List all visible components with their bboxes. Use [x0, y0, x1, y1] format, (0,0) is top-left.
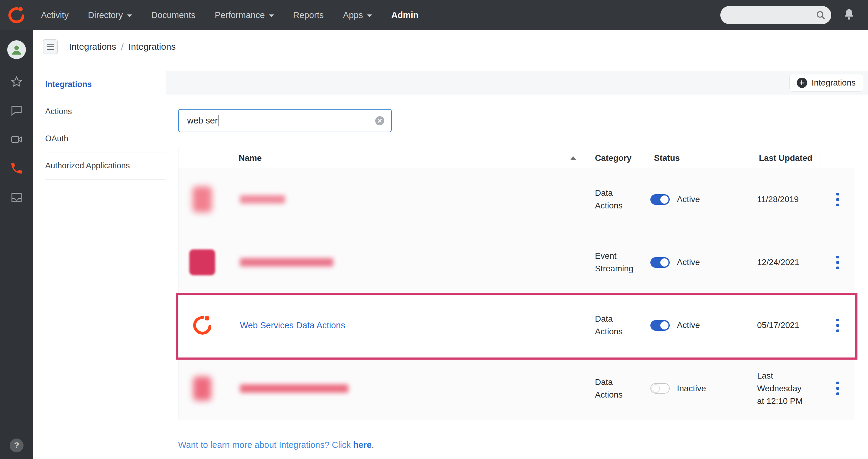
menu-toggle-button[interactable] [43, 39, 58, 54]
nav-apps-label: Apps [343, 10, 363, 20]
col-icon [179, 148, 226, 168]
breadcrumb-bar: Integrations / Integrations [33, 30, 868, 63]
col-status[interactable]: Status [643, 148, 748, 168]
toggle-knob [660, 195, 669, 204]
toolbar: Integrations [166, 71, 868, 95]
learn-more-note: Want to learn more about Integrations? C… [178, 440, 868, 450]
nav-performance[interactable]: Performance [215, 10, 274, 20]
breadcrumb-separator: / [121, 41, 124, 52]
top-nav-right [720, 6, 868, 24]
add-integrations-button[interactable]: Integrations [789, 74, 863, 92]
chat-icon[interactable] [10, 104, 24, 119]
nav-performance-label: Performance [215, 10, 265, 20]
notifications-bell-icon[interactable] [843, 8, 855, 22]
breadcrumb: Integrations / Integrations [69, 41, 176, 52]
sidemenu-item-oauth[interactable]: OAuth [45, 125, 166, 153]
nav-apps[interactable]: Apps [343, 10, 372, 20]
kebab-menu-icon[interactable] [833, 379, 842, 398]
integration-app-icon [189, 250, 215, 275]
kebab-menu-icon[interactable] [833, 190, 842, 209]
content-area: Integrations Actions OAuth Authorized Ap… [33, 63, 868, 459]
sort-ascending-icon[interactable] [570, 156, 576, 160]
favorites-star-icon[interactable] [10, 75, 24, 90]
user-avatar[interactable] [7, 40, 26, 59]
nav-documents-label: Documents [151, 10, 195, 20]
last-updated-cell: 12/24/2021 [748, 231, 820, 294]
category-cell: Event Streaming [584, 231, 643, 294]
col-category-label: Category [595, 153, 631, 163]
genesys-logo[interactable] [0, 6, 33, 24]
kebab-menu-icon[interactable] [833, 253, 842, 272]
nav-activity[interactable]: Activity [41, 10, 69, 20]
table-header: Name Category Status Last Updated [179, 148, 855, 168]
breadcrumb-page: Integrations [128, 41, 176, 52]
status-toggle[interactable] [650, 320, 670, 331]
chevron-down-icon [367, 14, 372, 17]
sidemenu-label: OAuth [45, 134, 68, 143]
integration-app-icon [193, 187, 212, 212]
nav-admin-label: Admin [391, 10, 418, 20]
integration-name-link[interactable]: Web Services Data Actions [240, 321, 345, 330]
status-label: Inactive [677, 384, 706, 393]
integrations-panel: Integrations web ser Name [166, 63, 868, 459]
redacted-integration-name[interactable] [240, 195, 285, 204]
toggle-knob [660, 258, 669, 267]
col-last-updated-label: Last Updated [759, 153, 812, 163]
filter-search-input[interactable]: web ser [178, 109, 392, 132]
genesys-logo-icon [7, 6, 26, 24]
status-label: Active [677, 195, 700, 204]
phone-icon[interactable] [10, 161, 24, 176]
status-label: Active [677, 258, 700, 267]
toggle-knob [660, 321, 669, 329]
add-integrations-label: Integrations [812, 78, 856, 88]
table-row-web-services-data-actions[interactable]: Web Services Data Actions Data Actions A… [179, 294, 855, 357]
plus-icon [797, 78, 807, 88]
sidemenu-item-authorized-applications[interactable]: Authorized Applications [45, 153, 166, 179]
nav-directory-label: Directory [88, 10, 123, 20]
integrations-table: Name Category Status Last Updated Data A… [178, 148, 855, 420]
col-category[interactable]: Category [584, 148, 643, 168]
col-name[interactable]: Name [226, 148, 584, 168]
col-last-updated[interactable]: Last Updated [748, 148, 820, 168]
last-updated-cell: Last Wednesday at 12:10 PM [748, 357, 820, 420]
inbox-icon[interactable] [10, 190, 24, 205]
global-search-input[interactable] [720, 6, 831, 24]
integrations-side-menu: Integrations Actions OAuth Authorized Ap… [33, 63, 166, 459]
sidemenu-item-integrations[interactable]: Integrations [45, 71, 166, 98]
status-toggle[interactable] [650, 257, 670, 268]
text-cursor [218, 116, 219, 126]
breadcrumb-section[interactable]: Integrations [69, 41, 116, 52]
search-row: web ser [178, 109, 868, 132]
redacted-integration-name[interactable] [240, 384, 348, 393]
table-row[interactable]: Data Actions Active 11/28/2019 [179, 168, 855, 231]
sidemenu-label: Actions [45, 107, 72, 116]
kebab-menu-icon[interactable] [833, 316, 842, 335]
status-label: Active [677, 321, 700, 330]
app-root: Activity Directory Documents Performance… [0, 0, 868, 459]
table-row[interactable]: Event Streaming Active 12/24/2021 [179, 231, 855, 294]
nav-reports[interactable]: Reports [293, 10, 324, 20]
category-cell: Data Actions [584, 168, 643, 231]
table-row[interactable]: Data Actions Inactive Last Wednesday at … [179, 357, 855, 420]
nav-documents[interactable]: Documents [151, 10, 195, 20]
redacted-integration-name[interactable] [240, 258, 333, 267]
status-toggle[interactable] [650, 194, 670, 205]
toggle-knob [652, 384, 660, 392]
sidemenu-item-actions[interactable]: Actions [45, 98, 166, 125]
search-value: web ser [187, 116, 218, 126]
nav-admin[interactable]: Admin [391, 10, 418, 20]
nav-directory[interactable]: Directory [88, 10, 132, 20]
chevron-down-icon [269, 14, 274, 17]
learn-more-link[interactable]: here [353, 440, 372, 450]
video-icon[interactable] [10, 133, 24, 147]
status-toggle[interactable] [650, 383, 670, 394]
clear-search-icon[interactable] [374, 116, 385, 126]
genesys-app-icon [191, 314, 214, 337]
last-updated-cell: 05/17/2021 [748, 294, 820, 357]
chevron-down-icon [127, 14, 132, 17]
category-cell: Data Actions [584, 294, 643, 357]
nav-reports-label: Reports [293, 10, 324, 20]
search-icon [815, 10, 826, 20]
help-icon[interactable]: ? [10, 438, 24, 452]
sidemenu-label: Authorized Applications [45, 161, 130, 170]
